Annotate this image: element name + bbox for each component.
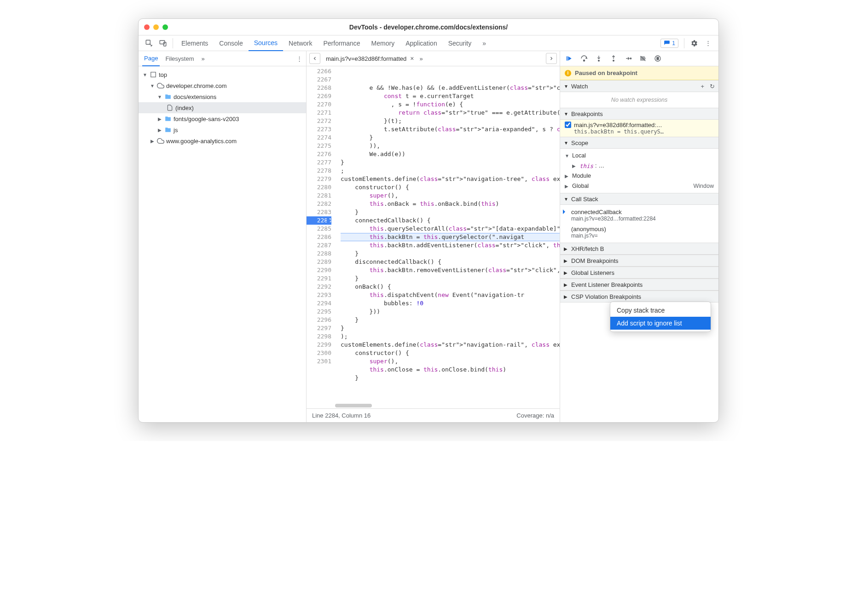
line-number[interactable]: 2276 (307, 150, 331, 158)
main-tab-network[interactable]: Network (283, 35, 318, 51)
line-number[interactable]: 2278 (307, 167, 331, 175)
code-line[interactable]: )), (341, 142, 560, 150)
code-line[interactable]: }(t); (341, 117, 560, 125)
line-number[interactable]: 2280 (307, 183, 331, 192)
line-number[interactable]: 2295 (307, 308, 331, 316)
step-out-icon[interactable] (609, 54, 618, 63)
line-number[interactable]: 2288 (307, 250, 331, 258)
code-line[interactable]: return class="str">"true" === e.getAttri… (341, 109, 560, 117)
code-line[interactable]: this.backBtn = this.querySelector(".navi… (341, 233, 560, 241)
line-number[interactable]: 2272 (307, 117, 331, 125)
code-line[interactable]: this.dispatchEvent(new Event("navigation… (341, 291, 560, 299)
horizontal-scrollbar[interactable] (335, 404, 372, 407)
nav-back-icon[interactable] (309, 53, 320, 64)
breakpoint-item[interactable]: main.js?v=e382d86f:formatted:… this.back… (560, 120, 718, 137)
code-line[interactable]: this.onClose = this.onClose.bind(this) (341, 366, 560, 374)
tree-node-top[interactable]: ▼ top (139, 69, 306, 80)
line-number[interactable]: 2275 (307, 142, 331, 150)
scope-module[interactable]: ▶Module (560, 171, 718, 181)
code-line[interactable]: super(), (341, 357, 560, 366)
device-toolbar-icon[interactable] (156, 36, 170, 50)
line-number[interactable]: 2270 (307, 100, 331, 109)
main-tab-performance[interactable]: Performance (318, 35, 365, 51)
pause-on-exceptions-icon[interactable] (653, 54, 662, 63)
code-line[interactable]: bubbles: !0 (341, 299, 560, 308)
code-line[interactable]: connectedCallback() { (341, 216, 560, 225)
section-watch[interactable]: ▼ Watch + ↻ (560, 80, 718, 92)
refresh-icon[interactable]: ↻ (710, 83, 715, 90)
editor-tab[interactable]: main.js?v=e382d86f:formatted × (323, 55, 417, 62)
line-number[interactable]: 2301 (307, 357, 331, 366)
line-number[interactable]: 2274 (307, 134, 331, 142)
more-icon[interactable]: ⋮ (701, 36, 715, 50)
tree-node-folder-docs[interactable]: ▼ docs/extensions (139, 91, 306, 102)
code-area[interactable]: 2266226722682269227022712272227322742275… (307, 66, 560, 408)
section-global-listeners[interactable]: ▶Global Listeners (560, 267, 718, 279)
main-tab-security[interactable]: Security (443, 35, 477, 51)
code-line[interactable]: } (341, 134, 560, 142)
code-line[interactable]: e && !We.has(e) && (e.addEventListener(c… (341, 84, 560, 92)
callstack-frame[interactable]: connectedCallback main.js?v=e382d…format… (560, 207, 718, 224)
step-over-icon[interactable] (579, 54, 589, 63)
code-line[interactable]: } (341, 158, 560, 167)
code-line[interactable]: this.onBack = this.onBack.bind(this) (341, 200, 560, 208)
code-line[interactable]: this.backBtn.removeEventListener(class="… (341, 266, 560, 274)
section-xhr[interactable]: ▶XHR/fetch B (560, 243, 718, 255)
tree-node-folder-js[interactable]: ▶ js (139, 124, 306, 135)
close-tab-icon[interactable]: × (410, 55, 414, 62)
code-line[interactable]: } (341, 208, 560, 216)
sidebar-more-icon[interactable]: ⋮ (296, 55, 302, 62)
close-window-button[interactable] (144, 24, 150, 30)
tree-node-folder-fonts[interactable]: ▶ fonts/google-sans-v2003 (139, 113, 306, 124)
sidebar-tab-page[interactable]: Page (142, 51, 160, 66)
line-number[interactable]: 2286 (307, 233, 331, 241)
code-line[interactable]: customElements.define(class="str">"navig… (341, 341, 560, 349)
line-number[interactable]: 2266 (307, 67, 331, 76)
section-csp-breakpoints[interactable]: ▶CSP Violation Breakpoints (560, 291, 718, 302)
code-line[interactable]: this.backBtn.addEventListener(class="str… (341, 241, 560, 250)
nav-forward-icon[interactable] (546, 53, 557, 64)
line-number[interactable]: 2297 (307, 324, 331, 332)
tree-node-domain[interactable]: ▼ developer.chrome.com (139, 80, 306, 91)
code-line[interactable]: ; (341, 167, 560, 175)
line-number[interactable]: 2282 (307, 200, 331, 208)
code-line[interactable]: We.add(e)) (341, 150, 560, 158)
code-line[interactable]: ); (341, 332, 560, 341)
code-line[interactable]: disconnectedCallback() { (341, 258, 560, 266)
deactivate-breakpoints-icon[interactable] (638, 54, 648, 63)
code-line[interactable]: t.setAttribute(class="str">"aria-expande… (341, 125, 560, 134)
line-number[interactable]: 2296 (307, 316, 331, 324)
code-content[interactable]: e && !We.has(e) && (e.addEventListener(c… (335, 66, 560, 408)
inspect-element-icon[interactable] (142, 36, 156, 50)
line-number[interactable]: 2298 (307, 332, 331, 341)
line-number[interactable]: 2300 (307, 349, 331, 357)
code-line[interactable]: } (341, 316, 560, 324)
section-callstack[interactable]: ▼ Call Stack (560, 193, 718, 205)
code-line[interactable]: } (341, 324, 560, 332)
tree-node-domain-analytics[interactable]: ▶ www.google-analytics.com (139, 135, 306, 146)
add-watch-icon[interactable]: + (701, 83, 704, 90)
line-number[interactable]: 2268 (307, 84, 331, 92)
menu-add-ignore-list[interactable]: Add script to ignore list (610, 317, 711, 330)
line-number[interactable]: 2267 (307, 76, 331, 84)
callstack-frame[interactable]: (anonymous) main.js?v= (560, 224, 718, 241)
code-line[interactable]: })) (341, 308, 560, 316)
code-line[interactable]: super(), (341, 192, 560, 200)
line-number[interactable]: 2294 (307, 299, 331, 308)
sidebar-tab-overflow-icon[interactable]: » (200, 51, 207, 66)
tree-node-index-file[interactable]: (index) (139, 102, 306, 113)
main-tab-application[interactable]: Application (400, 35, 443, 51)
code-line[interactable]: } (341, 374, 560, 382)
scope-local[interactable]: ▼Local (560, 151, 718, 161)
code-line[interactable]: } (341, 250, 560, 258)
line-number[interactable]: 2269 (307, 92, 331, 100)
section-dom-breakpoints[interactable]: ▶DOM Breakpoints (560, 255, 718, 267)
code-line[interactable]: customElements.define(class="str">"navig… (341, 175, 560, 183)
line-number[interactable]: 2273 (307, 125, 331, 134)
zoom-window-button[interactable] (162, 24, 168, 30)
line-number[interactable]: 2293 (307, 291, 331, 299)
section-event-listener-breakpoints[interactable]: ▶Event Listener Breakpoints (560, 279, 718, 291)
main-tab-console[interactable]: Console (214, 35, 248, 51)
scope-global[interactable]: ▶GlobalWindow (560, 181, 718, 191)
settings-icon[interactable] (687, 36, 701, 50)
